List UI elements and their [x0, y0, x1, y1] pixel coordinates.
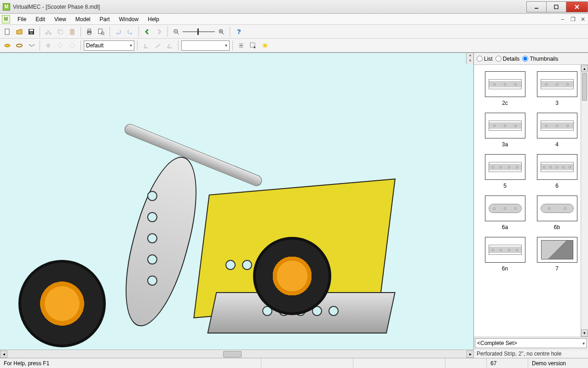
- toolbar-main: ?: [0, 25, 588, 39]
- set-combo-value: <Complete Set>: [477, 340, 517, 346]
- cut-button[interactable]: [43, 26, 54, 37]
- svg-rect-7: [30, 32, 33, 34]
- select-tool-button[interactable]: [248, 40, 259, 51]
- zoom-slider[interactable]: [183, 29, 215, 35]
- viewport-vscroll[interactable]: ▴▾: [466, 53, 473, 64]
- diamond2-button[interactable]: [55, 40, 66, 51]
- svg-rect-16: [88, 33, 91, 34]
- align3-button[interactable]: [164, 40, 175, 51]
- status-cell-3: [445, 358, 487, 368]
- align1-button[interactable]: [140, 40, 151, 51]
- back-button[interactable]: [142, 26, 153, 37]
- menu-help[interactable]: Help: [143, 15, 164, 24]
- circle-tool-button[interactable]: [67, 40, 78, 51]
- part-thumb: [537, 71, 577, 97]
- svg-line-19: [104, 34, 104, 35]
- mdi-close-button[interactable]: ✕: [579, 16, 587, 23]
- view-thumbnails-radio[interactable]: Thumbnails: [522, 56, 558, 62]
- part-item[interactable]: 3a: [481, 113, 529, 148]
- panel-bottom: <Complete Set> Perforated Strip, 2", no …: [474, 337, 588, 358]
- part-item[interactable]: 5: [481, 154, 529, 189]
- part-item[interactable]: 6a: [481, 196, 529, 230]
- print-preview-button[interactable]: [96, 26, 107, 37]
- part-label: 4: [555, 141, 559, 148]
- status-cell-1: [261, 358, 353, 368]
- paste-button[interactable]: [67, 26, 78, 37]
- svg-line-24: [222, 33, 224, 34]
- svg-rect-15: [88, 29, 91, 31]
- parts-scroll-up[interactable]: ▴: [581, 65, 588, 72]
- parts-scroll-down[interactable]: ▾: [581, 329, 588, 337]
- part-item[interactable]: 6n: [481, 237, 529, 272]
- menu-part[interactable]: Part: [95, 15, 115, 24]
- menu-view[interactable]: View: [50, 15, 71, 24]
- align2-button[interactable]: [152, 40, 163, 51]
- part-label: 3: [555, 100, 559, 106]
- svg-rect-13: [71, 29, 73, 30]
- save-button[interactable]: [26, 26, 37, 37]
- view-details-radio[interactable]: Details: [496, 56, 520, 62]
- highlight-tool-button[interactable]: [259, 40, 271, 51]
- print-button[interactable]: [84, 26, 95, 37]
- part-item[interactable]: 3: [533, 71, 581, 106]
- part-item[interactable]: 2c: [481, 71, 529, 106]
- close-button[interactable]: [566, 1, 588, 12]
- nut-tool-button[interactable]: [2, 40, 13, 51]
- view-mode-radios: List Details Thumbnails: [474, 53, 588, 65]
- undo-button[interactable]: [113, 26, 124, 37]
- parts-vscroll[interactable]: ▴ ▾: [581, 65, 588, 337]
- zoom-in-button[interactable]: [216, 26, 227, 37]
- part-item[interactable]: 7: [533, 237, 581, 272]
- viewport-hscroll[interactable]: ◂ ▸: [0, 350, 474, 358]
- part-thumb: [537, 196, 577, 221]
- part-label: 6: [555, 183, 559, 189]
- svg-point-33: [263, 44, 267, 47]
- viewport-3d[interactable]: ▴▾: [0, 53, 474, 350]
- maximize-button[interactable]: [546, 1, 566, 12]
- menu-model[interactable]: Model: [71, 15, 95, 24]
- status-count: 67: [487, 358, 528, 368]
- style-combo[interactable]: Default: [84, 40, 134, 51]
- menu-window[interactable]: Window: [115, 15, 144, 24]
- spring-tool-button[interactable]: [26, 40, 37, 51]
- menu-edit[interactable]: Edit: [31, 15, 50, 24]
- open-button[interactable]: [14, 26, 25, 37]
- view-list-radio[interactable]: List: [477, 56, 493, 62]
- help-button[interactable]: ?: [233, 26, 244, 37]
- color-combo[interactable]: [181, 40, 230, 51]
- part-label: 5: [503, 183, 507, 189]
- washer-tool-button[interactable]: [14, 40, 25, 51]
- menu-file[interactable]: File: [13, 15, 31, 24]
- set-combo[interactable]: <Complete Set>: [475, 338, 587, 348]
- new-button[interactable]: [2, 26, 13, 37]
- diamond1-button[interactable]: [43, 40, 54, 51]
- zoom-out-button[interactable]: [171, 26, 182, 37]
- app-icon: M: [3, 3, 10, 11]
- redo-button[interactable]: [125, 26, 136, 37]
- part-item[interactable]: 6b: [533, 196, 581, 230]
- app-menu-icon[interactable]: M: [2, 15, 10, 23]
- part-thumb: [485, 237, 525, 263]
- part-label: 6a: [502, 224, 508, 230]
- menubar: M File Edit View Model Part Window Help …: [0, 14, 588, 25]
- hscroll-right-arrow[interactable]: ▸: [467, 351, 474, 358]
- svg-rect-11: [59, 30, 63, 34]
- main-area: ▴▾ ◂ ▸ List Details Th: [0, 52, 588, 358]
- forward-button[interactable]: [154, 26, 165, 37]
- part-item[interactable]: 4: [533, 113, 581, 148]
- svg-rect-17: [98, 29, 102, 34]
- part-thumb: [485, 196, 525, 221]
- part-thumb: [537, 113, 577, 138]
- svg-rect-6: [29, 29, 33, 31]
- part-label: 6n: [502, 265, 508, 272]
- svg-rect-4: [5, 29, 9, 34]
- hscroll-left-arrow[interactable]: ◂: [0, 351, 7, 358]
- pan-tool-button[interactable]: [236, 40, 247, 51]
- part-item[interactable]: 6: [533, 154, 581, 189]
- status-mode: Demo version: [528, 358, 588, 368]
- mdi-restore-button[interactable]: ❐: [569, 16, 577, 23]
- mdi-minimize-button[interactable]: ‒: [559, 16, 567, 23]
- copy-button[interactable]: [55, 26, 66, 37]
- part-thumb: [537, 237, 577, 263]
- minimize-button[interactable]: [526, 1, 547, 12]
